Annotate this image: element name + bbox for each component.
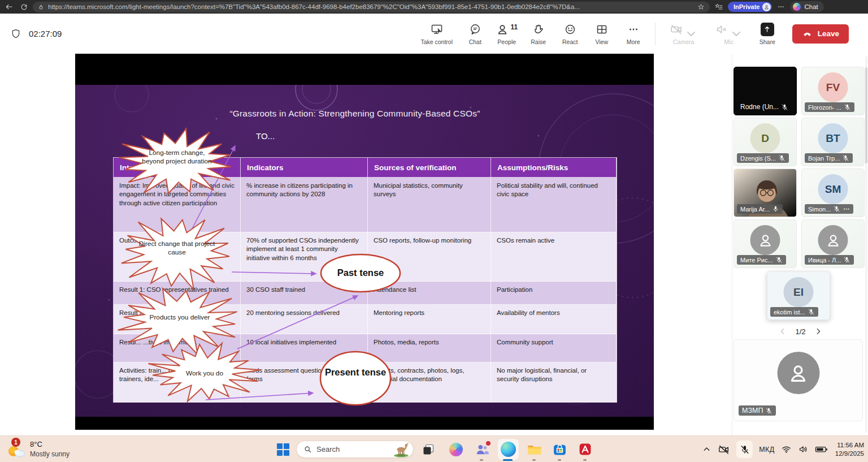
participant-label: МЗМП [739,405,776,416]
mic-off-icon [778,154,785,162]
page-prev-icon[interactable] [779,327,787,335]
teams-notification-dot [485,440,492,447]
participant-tile[interactable]: D Dzengis (S... [734,118,797,166]
search-icon [303,445,312,454]
table-cell: Political stability and will, continued … [491,178,617,232]
taskbar: 1 8°C Mostly sunny Search [0,435,868,462]
logframe-table: Inte... Indicators Sources of verificati… [113,157,617,403]
lock-icon[interactable] [37,1,45,12]
table-cell: CSO reports, follow-up monitoring [368,232,491,282]
browser-chrome: https://teams.microsoft.com/light-meetin… [0,0,868,14]
timer-value: 02:27:09 [29,29,62,38]
handset-icon [802,28,813,39]
participant-name: Dzengis (S... [740,155,776,162]
meeting-timer: 02:27:09 [10,14,62,54]
running-indicator [480,459,483,461]
people-button[interactable]: 11 People [491,23,523,45]
page-indicator: 1/2 [795,327,805,336]
microsoft-store-icon[interactable] [552,442,567,457]
table-cell: 10 local initiatives implemented [241,334,368,362]
taskbar-search[interactable]: Search [296,441,414,458]
participant-tile[interactable]: EI ekotim ist... [767,271,830,320]
wifi-icon[interactable] [781,444,792,455]
participant-name: Ивица - Л... [808,257,841,264]
participant-more-icon[interactable]: ⋯ [843,205,850,213]
mic-off-icon [843,256,850,264]
copilot-chat-button[interactable]: Chat [790,1,823,12]
bookmark-star-icon[interactable] [697,1,705,12]
inprivate-badge[interactable]: InPrivate [728,2,772,12]
participant-name: Bojan Trp... [808,155,840,162]
raise-hand-button[interactable]: Raise [523,23,554,45]
avatar: FV [818,72,848,102]
keyboard-language[interactable]: МКД [759,446,775,454]
avatar: EI [784,277,814,307]
participant-tile-video[interactable]: Marija Ar... [734,169,797,217]
edge-app-icon[interactable] [498,439,519,460]
take-control-button[interactable]: Take control [414,23,459,45]
time: 11:56 AM [837,441,864,450]
favorites-hub-icon[interactable] [713,1,724,12]
tray-mic-off-icon[interactable] [736,441,753,458]
spotlight-tile[interactable]: МЗМП [734,339,863,421]
teams-app-icon[interactable] [474,442,489,457]
table-cell: reports, contracts, photos, logs, financ… [368,362,491,402]
table-cell: Participation [491,282,617,305]
back-icon[interactable] [3,1,15,12]
participant-label: ekotim ist... [770,307,818,317]
address-bar[interactable]: https://teams.microsoft.com/light-meetin… [33,2,710,12]
participant-tile[interactable]: BT Bojan Trp... [801,118,865,166]
participant-tile[interactable]: Мите Рис... [734,219,797,268]
leave-button[interactable]: Leave [792,24,849,44]
participant-name: ekotim ist... [774,309,805,316]
participant-rail: Rodne (Un... FV Florozon- ... D Dzengis … [732,54,868,435]
browser-more-icon[interactable] [775,1,787,12]
search-highlight-image [390,441,411,457]
mic-off-icon [842,154,849,162]
view-button[interactable]: View [586,23,618,45]
chat-button[interactable]: Chat [459,23,491,45]
rail-scrollbar[interactable] [865,56,867,433]
person-avatar-icon [777,352,819,394]
tray-chevron-icon[interactable] [702,444,711,454]
camera-button[interactable]: Camera [661,23,706,45]
weather-condition: Mostly sunny [30,450,70,459]
copilot-app-icon[interactable] [448,442,463,457]
more-button[interactable]: More [618,23,649,45]
page-next-icon[interactable] [814,327,822,335]
shield-icon [10,28,21,40]
weather-icon: 1 [6,438,26,460]
participant-label: Simon... ⋯ [805,204,853,214]
participant-label: Florozon- ... [805,102,854,112]
volume-icon[interactable] [798,444,809,455]
task-view-button[interactable] [420,442,436,457]
participant-tile[interactable]: Rodne (Un... [734,67,797,115]
person-avatar-icon [818,225,848,255]
clock[interactable]: 11:56 AM 12/9/2025 [835,441,864,458]
participant-label: Dzengis (S... [737,153,789,163]
inprivate-label: InPrivate [734,3,760,10]
participant-label: Marija Ar... [737,204,783,214]
table-cell: Impact: Improved quality of life and civ… [114,178,241,232]
battery-icon[interactable] [815,443,828,455]
tray-camera-off-icon[interactable] [718,443,730,456]
mic-button[interactable]: Mic [706,23,752,45]
refresh-icon[interactable] [18,1,29,12]
table-cell: Availability of mentors [491,305,617,334]
share-button[interactable]: Share [752,23,783,45]
participant-tile[interactable]: Ивица - Л... [801,219,865,268]
acrobat-app-icon[interactable] [578,442,593,457]
mic-off-icon [765,407,772,414]
react-button[interactable]: React [554,23,586,45]
copilot-icon [793,3,801,11]
participant-name: МЗМП [742,407,763,414]
weather-widget[interactable]: 1 8°C Mostly sunny [6,438,70,460]
participant-tile[interactable]: FV Florozon- ... [801,67,865,115]
table-cell: Mentoring reports [368,305,491,334]
participant-tile[interactable]: SM Simon... ⋯ [801,169,865,217]
file-explorer-icon[interactable] [527,442,542,457]
table-cell: Activities: train... delivering cu... tr… [114,362,241,402]
table-cell: 20 mentoring sessions delivered [241,305,368,334]
start-button[interactable] [277,443,289,456]
url-text[interactable]: https://teams.microsoft.com/light-meetin… [48,3,693,10]
